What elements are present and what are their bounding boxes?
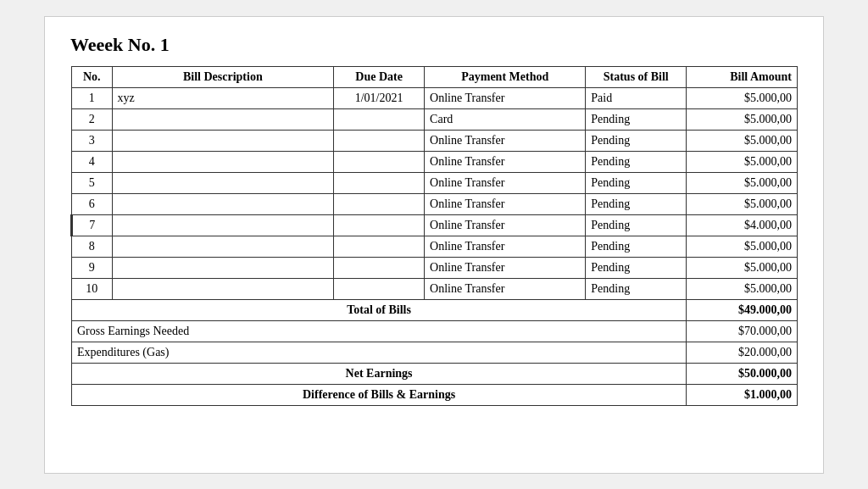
- cell-status: Pending: [586, 130, 687, 151]
- cell-due: 1/01/2021: [334, 87, 425, 108]
- cell-desc: [112, 108, 334, 130]
- cell-due: [334, 108, 425, 130]
- expenditures-amount: $20.000,00: [687, 342, 798, 363]
- cell-amount: $5.000,00: [687, 278, 798, 299]
- header-due: Due Date: [334, 66, 425, 87]
- cell-desc: [112, 257, 334, 278]
- table-row: 2 Card Pending $5.000,00: [72, 108, 798, 130]
- cell-status: Pending: [586, 257, 687, 278]
- cell-status: Pending: [586, 108, 687, 130]
- expenditures-label: Expenditures (Gas): [72, 342, 687, 363]
- header-amount: Bill Amount: [687, 66, 798, 87]
- table-row: 10 Online Transfer Pending $5.000,00: [72, 278, 798, 299]
- cell-desc: [112, 278, 334, 299]
- gross-amount: $70.000,00: [687, 320, 798, 342]
- cell-desc: [112, 193, 334, 214]
- cell-amount: $5.000,00: [687, 172, 798, 193]
- cell-no: 2: [72, 108, 113, 130]
- header-desc: Bill Description: [112, 66, 334, 87]
- cell-amount: $5.000,00: [687, 130, 798, 151]
- cell-amount: $5.000,00: [687, 108, 798, 130]
- total-label: Total of Bills: [72, 299, 687, 320]
- cell-status: Pending: [586, 172, 687, 193]
- cell-no: 10: [72, 278, 113, 299]
- cell-status: Pending: [586, 151, 687, 172]
- cell-no: 9: [72, 257, 113, 278]
- cell-payment: Online Transfer: [425, 236, 586, 257]
- table-row: 4 Online Transfer Pending $5.000,00: [72, 151, 798, 172]
- cell-payment: Online Transfer: [425, 87, 586, 108]
- cell-due: [334, 172, 425, 193]
- cell-no: 4: [72, 151, 113, 172]
- cell-no: 3: [72, 130, 113, 151]
- table-row: 7 Online Transfer Pending $4.000,00: [72, 214, 798, 236]
- cell-amount: $4.000,00: [687, 214, 798, 236]
- table-row: 6 Online Transfer Pending $5.000,00: [72, 193, 798, 214]
- week-title: Weeek No. 1: [70, 34, 798, 56]
- cell-desc: [112, 236, 334, 257]
- bills-table: No. Bill Description Due Date Payment Me…: [70, 66, 798, 406]
- cell-payment: Online Transfer: [425, 257, 586, 278]
- cell-status: Pending: [586, 214, 687, 236]
- net-amount: $50.000,00: [687, 363, 798, 384]
- difference-amount: $1.000,00: [687, 384, 798, 405]
- cell-desc: [112, 172, 334, 193]
- table-row: 3 Online Transfer Pending $5.000,00: [72, 130, 798, 151]
- cell-desc: [112, 214, 334, 236]
- cell-desc: xyz: [112, 87, 334, 108]
- cell-status: Pending: [586, 236, 687, 257]
- difference-row: Difference of Bills & Earnings $1.000,00: [72, 384, 798, 405]
- gross-earnings-row: Gross Earnings Needed $70.000,00: [72, 320, 798, 342]
- cell-status: Pending: [586, 193, 687, 214]
- cell-payment: Card: [425, 108, 586, 130]
- table-row: 9 Online Transfer Pending $5.000,00: [72, 257, 798, 278]
- cell-payment: Online Transfer: [425, 151, 586, 172]
- cell-due: [334, 257, 425, 278]
- cell-desc: [112, 130, 334, 151]
- header-status: Status of Bill: [586, 66, 687, 87]
- cell-payment: Online Transfer: [425, 214, 586, 236]
- cell-due: [334, 130, 425, 151]
- cell-due: [334, 278, 425, 299]
- difference-label: Difference of Bills & Earnings: [72, 384, 687, 405]
- table-row: 1 xyz 1/01/2021 Online Transfer Paid $5.…: [72, 87, 798, 108]
- total-amount: $49.000,00: [687, 299, 798, 320]
- cell-amount: $5.000,00: [687, 236, 798, 257]
- cell-desc: [112, 151, 334, 172]
- cell-status: Paid: [586, 87, 687, 108]
- cell-due: [334, 236, 425, 257]
- net-earnings-row: Net Earnings $50.000,00: [72, 363, 798, 384]
- cell-amount: $5.000,00: [687, 193, 798, 214]
- cell-no: 1: [72, 87, 113, 108]
- page-container: Weeek No. 1 No. Bill Description Due Dat…: [44, 16, 824, 474]
- cell-due: [334, 151, 425, 172]
- cell-payment: Online Transfer: [425, 278, 586, 299]
- expenditures-row: Expenditures (Gas) $20.000,00: [72, 342, 798, 363]
- cell-amount: $5.000,00: [687, 257, 798, 278]
- cell-no: 8: [72, 236, 113, 257]
- cell-payment: Online Transfer: [425, 193, 586, 214]
- header-payment: Payment Method: [425, 66, 586, 87]
- cell-amount: $5.000,00: [687, 151, 798, 172]
- table-row: 5 Online Transfer Pending $5.000,00: [72, 172, 798, 193]
- total-row: Total of Bills $49.000,00: [72, 299, 798, 320]
- cell-amount: $5.000,00: [687, 87, 798, 108]
- cell-payment: Online Transfer: [425, 130, 586, 151]
- net-label: Net Earnings: [72, 363, 687, 384]
- header-row: No. Bill Description Due Date Payment Me…: [72, 66, 798, 87]
- cell-status: Pending: [586, 278, 687, 299]
- cell-no: 6: [72, 193, 113, 214]
- cell-no: 5: [72, 172, 113, 193]
- cell-no: 7: [72, 214, 113, 236]
- cell-due: [334, 193, 425, 214]
- header-no: No.: [72, 66, 113, 87]
- gross-label: Gross Earnings Needed: [72, 320, 687, 342]
- table-row: 8 Online Transfer Pending $5.000,00: [72, 236, 798, 257]
- cell-due: [334, 214, 425, 236]
- cell-payment: Online Transfer: [425, 172, 586, 193]
